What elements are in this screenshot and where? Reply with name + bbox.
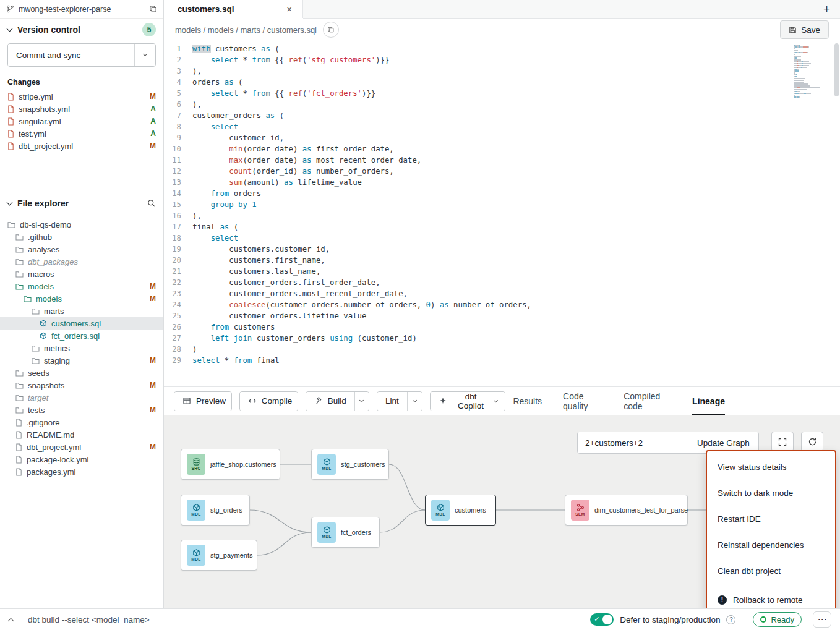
- tab-compiled-code[interactable]: Compiled code: [624, 386, 671, 415]
- editor-scrollbar[interactable]: [834, 43, 839, 96]
- more-options-button[interactable]: ⋯: [813, 611, 831, 628]
- code-line: 2 select * from {{ ref('stg_customers')}…: [164, 54, 840, 66]
- menu-item-reinstall-dependencies[interactable]: Reinstall dependencies: [707, 532, 835, 558]
- action-label: Build: [328, 396, 346, 406]
- tree-item-label: analyses: [28, 245, 156, 254]
- tree-item-packages-yml[interactable]: packages.yml: [0, 466, 163, 478]
- build-button[interactable]: Build: [306, 392, 354, 411]
- changed-file-name: dbt_project.yml: [19, 142, 145, 151]
- tree-item-tests[interactable]: testsM: [0, 404, 163, 416]
- tree-item-readme-md[interactable]: README.md: [0, 428, 163, 441]
- tab-results[interactable]: Results: [513, 386, 542, 415]
- lineage-panel[interactable]: SRCjaffle_shop.customersMDLstg_customers…: [164, 415, 840, 608]
- menu-item-clean-dbt-project[interactable]: Clean dbt project: [707, 558, 835, 584]
- tab-code-quality[interactable]: Code quality: [563, 386, 602, 415]
- help-icon[interactable]: ?: [726, 615, 735, 624]
- lint-options-caret[interactable]: [407, 392, 422, 411]
- tree-item-dbt-project-yml[interactable]: dbt_project.ymlM: [0, 441, 163, 453]
- code-line: 8 select: [164, 121, 840, 132]
- code-text: select: [192, 121, 238, 132]
- code-text: customer_orders as (: [192, 110, 284, 121]
- minimap-line: [794, 65, 830, 66]
- lineage-node-fct-orders[interactable]: MDLfct_orders: [311, 517, 380, 548]
- minimap[interactable]: [794, 45, 830, 98]
- menu-item-rollback-to-remote[interactable]: !Rollback to remote: [707, 587, 835, 608]
- search-icon[interactable]: [147, 199, 156, 208]
- change-row-dbt-project-yml[interactable]: dbt_project.ymlM: [0, 140, 163, 152]
- close-tab-icon[interactable]: ×: [285, 4, 294, 14]
- preview-button[interactable]: Preview: [174, 392, 232, 411]
- compile-button[interactable]: Compile: [240, 392, 298, 411]
- change-row-singular-yml[interactable]: singular.ymlA: [0, 115, 163, 127]
- git-branch-icon: [6, 5, 14, 13]
- build-options-caret[interactable]: [354, 392, 369, 411]
- tree-item-metrics[interactable]: metrics: [0, 342, 163, 354]
- copy-branch-icon[interactable]: [149, 5, 157, 13]
- minimap-line: [794, 63, 830, 64]
- line-number: 20: [164, 255, 192, 266]
- tree-item-models[interactable]: modelsM: [0, 280, 163, 292]
- file-explorer-header[interactable]: File explorer: [0, 192, 163, 215]
- fullscreen-button[interactable]: [771, 432, 794, 452]
- change-row-stripe-yml[interactable]: stripe.ymlM: [0, 90, 163, 103]
- menu-item-restart-ide[interactable]: Restart IDE: [707, 506, 835, 532]
- new-tab-button[interactable]: +: [823, 3, 830, 15]
- tree-item-analyses[interactable]: analyses: [0, 243, 163, 255]
- lineage-node-stg-customers[interactable]: MDLstg_customers: [311, 449, 389, 480]
- tree-item-macros[interactable]: macros: [0, 268, 163, 280]
- line-number: 26: [164, 321, 192, 333]
- refresh-graph-button[interactable]: [801, 432, 823, 452]
- lineage-node-stg-payments[interactable]: MDLstg_payments: [181, 540, 257, 571]
- tree-item-package-lock-yml[interactable]: package-lock.yml: [0, 453, 163, 466]
- tree-item-db-sl-qs-demo[interactable]: db-sl-qs-demo: [0, 218, 163, 231]
- chevron-down-icon: [143, 52, 147, 56]
- tree-item-staging[interactable]: stagingM: [0, 354, 163, 367]
- commit-options-caret[interactable]: [134, 44, 155, 66]
- lineage-filter-input[interactable]: [578, 432, 688, 453]
- tree-item-models[interactable]: modelsM: [0, 292, 163, 305]
- lineage-node-dim-customers-test-for-parse[interactable]: SEMdim_customers_test_for_parse: [565, 495, 688, 526]
- tree-item-dbt-packages[interactable]: dbt_packages: [0, 255, 163, 268]
- dbt-copilot-button[interactable]: dbt Copilot: [431, 392, 505, 411]
- model-icon: [40, 332, 47, 339]
- folder-icon: [24, 296, 32, 302]
- save-button[interactable]: Save: [780, 20, 829, 39]
- change-row-snapshots-yml[interactable]: snapshots.ymlA: [0, 103, 163, 115]
- defer-toggle[interactable]: ✓: [590, 613, 614, 626]
- lineage-node-customers[interactable]: MDLcustomers: [425, 495, 496, 526]
- tree-item-seeds[interactable]: seeds: [0, 367, 163, 379]
- minimap-line: [794, 82, 830, 83]
- version-control-header[interactable]: Version control 5: [0, 19, 163, 41]
- tree-item-customers-sql[interactable]: customers.sql: [0, 317, 163, 330]
- lineage-node-jaffle-shop-customers[interactable]: SRCjaffle_shop.customers: [181, 449, 280, 480]
- code-line: 17final as (: [164, 221, 840, 232]
- ide-status-badge[interactable]: Ready: [753, 612, 802, 627]
- changed-file-name: singular.yml: [19, 117, 146, 126]
- tree-item-label: package-lock.yml: [27, 455, 156, 464]
- changed-file-icon: [7, 93, 14, 101]
- copy-file-name-button[interactable]: [323, 22, 339, 38]
- code-text: customers.first_name,: [192, 255, 325, 266]
- tree-item-fct-orders-sql[interactable]: fct_orders.sql: [0, 330, 163, 342]
- menu-item-switch-to-dark-mode[interactable]: Switch to dark mode: [707, 480, 835, 506]
- tree-item-label: target: [28, 393, 156, 402]
- code-editor[interactable]: 1with customers as (2 select * from {{ r…: [164, 41, 840, 386]
- tree-item-gitignore[interactable]: .gitignore: [0, 416, 163, 428]
- expand-console-chevron[interactable]: [9, 616, 13, 623]
- code-lines: 1with customers as (2 select * from {{ r…: [164, 41, 840, 366]
- changed-file-icon: [7, 105, 14, 113]
- lineage-node-stg-orders[interactable]: MDLstg_orders: [181, 495, 250, 526]
- lint-button[interactable]: Lint: [377, 392, 407, 411]
- tree-item-target[interactable]: target: [0, 391, 163, 404]
- tree-item-snapshots[interactable]: snapshotsM: [0, 379, 163, 391]
- tab-lineage[interactable]: Lineage: [692, 386, 725, 415]
- commit-and-sync-button[interactable]: Commit and sync: [8, 44, 134, 66]
- line-number: 8: [164, 121, 192, 132]
- code-line: 26 from customers: [164, 321, 840, 333]
- tree-item-label: marts: [44, 307, 156, 316]
- menu-item-view-status-details[interactable]: View status details: [707, 454, 835, 480]
- tab-customers-sql[interactable]: customers.sql ×: [164, 0, 303, 18]
- change-row-test-yml[interactable]: test.ymlA: [0, 127, 163, 140]
- tree-item-marts[interactable]: marts: [0, 305, 163, 317]
- tree-item-github[interactable]: .github: [0, 231, 163, 243]
